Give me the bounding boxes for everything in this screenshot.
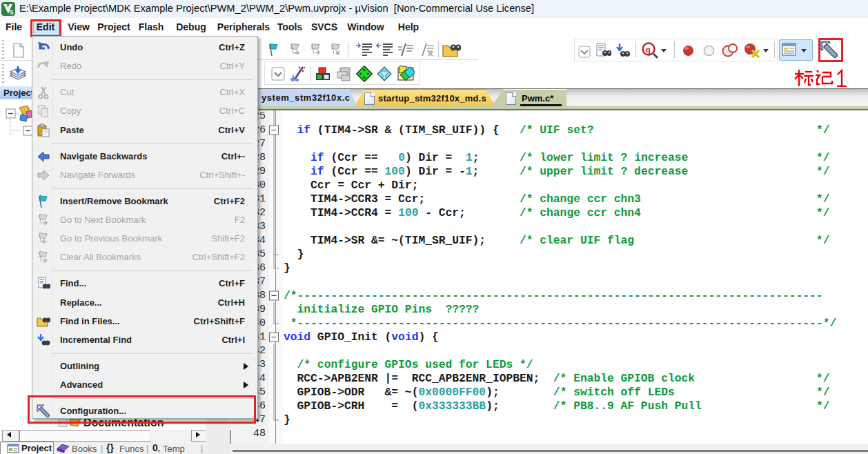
svg-text:q: q (646, 44, 651, 55)
svg-text:5: 5 (10, 9, 14, 16)
